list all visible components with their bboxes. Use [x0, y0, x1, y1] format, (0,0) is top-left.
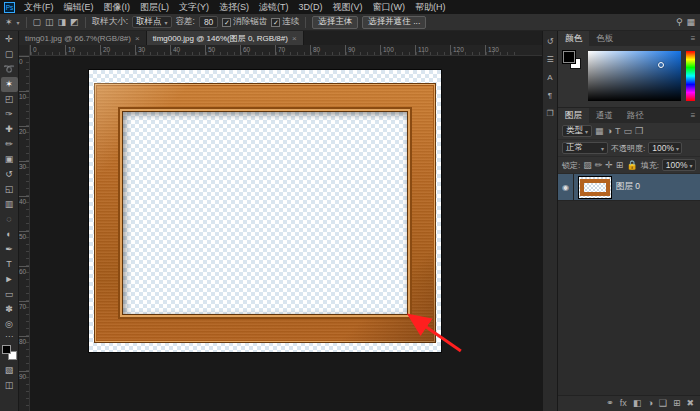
layer-mask-icon[interactable]: ◧ — [633, 399, 642, 408]
menu-item[interactable]: 选择(S) — [214, 0, 254, 14]
eyedropper-tool[interactable]: ✑ — [1, 107, 18, 122]
filter-pixel-layers-icon[interactable]: ▦ — [595, 127, 604, 136]
fg-bg-color-chips[interactable] — [563, 51, 583, 71]
lock-transparency-icon[interactable]: ▨ — [583, 161, 592, 170]
saturation-brightness-field[interactable] — [588, 51, 681, 101]
checkbox-icon[interactable]: ✓ — [271, 18, 280, 27]
doc-tab-timg01[interactable]: timg01.jpg @ 66.7%(RGB/8#) × — [19, 31, 147, 45]
type-tool[interactable]: T — [1, 257, 18, 272]
blend-mode-select[interactable]: 正常 ▾ — [562, 142, 608, 154]
doc-tab-timg000[interactable]: timg000.jpg @ 146%(图层 0, RGB/8#) × — [147, 31, 304, 45]
zoom-tool[interactable]: ◎ — [1, 317, 18, 332]
subtract-from-selection-icon[interactable]: ◨ — [58, 18, 67, 27]
gradient-tool[interactable]: ▥ — [1, 197, 18, 212]
menu-item[interactable]: 图像(I) — [99, 0, 136, 14]
tab-layers[interactable]: 图层 — [558, 108, 589, 123]
new-layer-icon[interactable]: ⊞ — [673, 399, 681, 408]
filter-smart-objects-icon[interactable]: ❒ — [635, 127, 643, 136]
tool-preset-caret-icon[interactable]: ▾ — [17, 19, 20, 26]
menu-item[interactable]: 视图(V) — [328, 0, 368, 14]
pen-tool[interactable]: ✒ — [1, 242, 18, 257]
foreground-color-chip[interactable] — [563, 51, 575, 63]
menu-item[interactable]: 文件(F) — [19, 0, 59, 14]
link-layers-icon[interactable]: ⚭ — [606, 399, 614, 408]
close-tab-icon[interactable]: × — [135, 34, 140, 43]
color-swatches[interactable] — [2, 345, 17, 360]
menu-item[interactable]: 文字(Y) — [174, 0, 214, 14]
menu-item[interactable]: 编辑(E) — [59, 0, 99, 14]
canvas-area[interactable] — [30, 56, 542, 411]
menu-item[interactable]: 窗口(W) — [368, 0, 411, 14]
filter-type-layers-icon[interactable]: T — [615, 127, 621, 136]
quick-mask-icon[interactable]: ▧ — [1, 363, 18, 378]
workspace-switcher-icon[interactable]: ▦ — [686, 18, 695, 27]
tolerance-input[interactable]: 80 — [199, 16, 218, 28]
clone-stamp-tool[interactable]: ▣ — [1, 152, 18, 167]
active-tool-icon[interactable]: ✶ — [5, 18, 13, 27]
lasso-tool[interactable]: ➰ — [1, 62, 18, 77]
paragraph-icon[interactable]: ¶ — [548, 91, 552, 100]
dodge-tool[interactable]: ◐ — [1, 227, 18, 242]
menu-item[interactable]: 滤镜(T) — [254, 0, 294, 14]
brush-tool[interactable]: ✏ — [1, 137, 18, 152]
tab-swatches[interactable]: 色板 — [589, 31, 620, 46]
healing-brush-tool[interactable]: ✚ — [1, 122, 18, 137]
new-group-icon[interactable]: ❑ — [659, 399, 667, 408]
intersect-selection-icon[interactable]: ◩ — [70, 18, 79, 27]
adjustment-layer-icon[interactable]: ◑ — [647, 399, 652, 408]
more-tools-icon[interactable]: ⋯ — [1, 332, 18, 342]
screen-mode-icon[interactable]: ◫ — [1, 378, 18, 393]
select-subject-button[interactable]: 选择主体 — [312, 16, 358, 29]
menu-item[interactable]: 图层(L) — [135, 0, 174, 14]
character-icon[interactable]: A — [547, 73, 552, 82]
libraries-icon[interactable]: ❐ — [546, 109, 553, 118]
select-and-mask-button[interactable]: 选择并遮住 ... — [362, 16, 426, 29]
path-select-tool[interactable]: ► — [1, 272, 18, 287]
horizontal-ruler[interactable]: 0102030405060708090100110120130 — [30, 45, 542, 56]
layer-thumbnail[interactable] — [578, 176, 612, 199]
panel-menu-icon[interactable]: ≡ — [686, 31, 700, 46]
move-tool[interactable]: ✛ — [1, 32, 18, 47]
opacity-input[interactable]: 100% ▾ — [648, 142, 682, 154]
lock-pixels-icon[interactable]: ✏ — [595, 161, 603, 170]
lock-artboard-icon[interactable]: ⊞ — [616, 161, 624, 170]
layer-row-0[interactable]: ◉ 图层 0 — [558, 174, 700, 201]
foreground-color-swatch[interactable] — [2, 345, 11, 354]
lock-position-icon[interactable]: ✛ — [605, 161, 613, 170]
filter-shape-layers-icon[interactable]: ▭ — [623, 127, 632, 136]
anti-alias-checkbox[interactable]: ✓ 消除锯齿 — [222, 16, 267, 28]
tab-color[interactable]: 颜色 — [558, 31, 589, 46]
layer-visibility-toggle[interactable]: ◉ — [558, 174, 574, 200]
menu-item[interactable]: 3D(D) — [294, 0, 328, 14]
checkbox-icon[interactable]: ✓ — [222, 18, 231, 27]
history-icon[interactable]: ↺ — [547, 37, 554, 46]
lock-all-icon[interactable]: 🔒 — [626, 161, 637, 170]
vertical-ruler[interactable]: 0102030405060708090 — [19, 56, 30, 411]
new-selection-icon[interactable]: ▢ — [33, 18, 42, 27]
layer-filter-select[interactable]: 类型 ▾ — [562, 125, 592, 137]
search-icon[interactable]: ⚲ — [676, 18, 683, 27]
crop-tool[interactable]: ◰ — [1, 92, 18, 107]
sample-size-select[interactable]: 取样点 ▾ — [132, 16, 172, 28]
filter-adjustment-layers-icon[interactable]: ◑ — [607, 127, 612, 136]
layer-effects-icon[interactable]: fx — [620, 399, 627, 408]
blur-tool[interactable]: ◌ — [1, 212, 18, 227]
magic-wand-tool[interactable]: ✶ — [1, 77, 18, 92]
properties-icon[interactable]: ☰ — [546, 55, 553, 64]
marquee-tool[interactable]: ▢ — [1, 47, 18, 62]
panel-menu-icon[interactable]: ≡ — [686, 108, 700, 123]
tab-paths[interactable]: 路径 — [620, 108, 651, 123]
document-canvas[interactable] — [89, 70, 441, 352]
close-tab-icon[interactable]: × — [292, 34, 297, 43]
add-to-selection-icon[interactable]: ◫ — [45, 18, 54, 27]
hand-tool[interactable]: ✽ — [1, 302, 18, 317]
fill-input[interactable]: 100% ▾ — [662, 159, 696, 171]
tab-channels[interactable]: 通道 — [589, 108, 620, 123]
eraser-tool[interactable]: ◱ — [1, 182, 18, 197]
delete-layer-icon[interactable]: ✖ — [686, 399, 694, 408]
menu-item[interactable]: 帮助(H) — [410, 0, 451, 14]
layer-name[interactable]: 图层 0 — [616, 181, 640, 193]
history-brush-tool[interactable]: ↺ — [1, 167, 18, 182]
contiguous-checkbox[interactable]: ✓ 连续 — [271, 16, 299, 28]
color-field-marker[interactable] — [658, 62, 664, 68]
